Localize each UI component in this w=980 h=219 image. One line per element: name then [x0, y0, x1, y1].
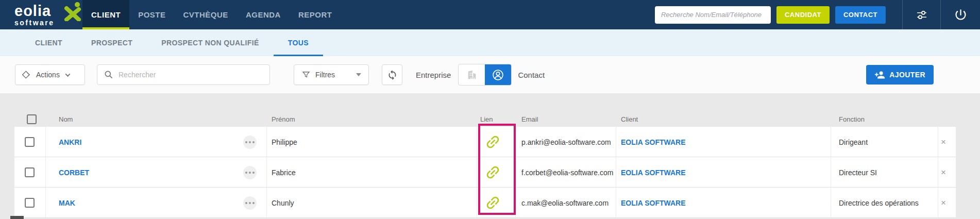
filtres-dropdown-button[interactable]: Filtres	[294, 64, 369, 85]
lien-cell[interactable]	[484, 157, 501, 188]
nom-link[interactable]: MAK	[59, 188, 75, 218]
table-search-box	[97, 64, 270, 85]
row-checkbox[interactable]	[25, 167, 35, 177]
prenom-cell: Philippe	[272, 127, 297, 157]
scrollbar-corner[interactable]	[10, 216, 24, 219]
contact-toggle-label: Contact	[518, 71, 545, 79]
select-all-checkbox[interactable]	[27, 114, 37, 124]
delete-row-button[interactable]: ×	[941, 188, 946, 218]
filtres-label: Filtres	[315, 71, 335, 79]
nav-item-poste[interactable]: POSTE	[129, 0, 174, 29]
eolia-logo[interactable]: eolia software	[14, 4, 69, 26]
contact-button[interactable]: CONTACT	[835, 6, 886, 24]
search-icon	[104, 70, 114, 80]
settings-sliders-button[interactable]	[903, 0, 940, 29]
filter-funnel-icon	[301, 70, 311, 79]
top-navbar: eolia software CLIENT POSTE CVTHÈQUE AGE…	[0, 0, 980, 29]
client-link[interactable]: EOLIA SOFTWARE	[621, 127, 685, 157]
contacts-table: Nom Prénom Lien Email Client Fonction AN…	[14, 114, 956, 218]
email-cell: c.mak@eolia-software.com	[521, 188, 609, 218]
more-options-button[interactable]	[243, 196, 257, 210]
header-nom: Nom	[59, 115, 73, 123]
more-options-button[interactable]	[243, 166, 257, 179]
page: eolia software CLIENT POSTE CVTHÈQUE AGE…	[0, 0, 980, 219]
toolbar: Actions Filtres Entreprise	[0, 56, 980, 93]
nom-link[interactable]: ANKRI	[59, 127, 81, 157]
table-search-input[interactable]	[119, 71, 263, 79]
toggle-entreprise-segment[interactable]	[459, 64, 485, 85]
actions-label: Actions	[36, 71, 60, 79]
tab-client[interactable]: CLIENT	[21, 29, 77, 56]
tab-tous[interactable]: TOUS	[274, 29, 323, 56]
lien-cell[interactable]	[484, 188, 501, 218]
fonction-cell: Directeur SI	[839, 157, 877, 188]
chevron-down-icon	[65, 72, 70, 77]
header-fonction: Fonction	[839, 115, 865, 123]
delete-row-button[interactable]: ×	[941, 127, 946, 157]
client-filter-tabs: CLIENT PROSPECT PROSPECT NON QUALIFIÉ TO…	[0, 29, 980, 56]
delete-row-button[interactable]: ×	[941, 157, 946, 188]
candidat-button[interactable]: CANDIDAT	[776, 6, 830, 24]
ajouter-button[interactable]: AJOUTER	[866, 65, 934, 85]
tab-prospect-non-qualifie[interactable]: PROSPECT NON QUALIFIÉ	[147, 29, 274, 56]
header-client: Client	[621, 115, 638, 123]
header-prenom: Prénom	[272, 115, 295, 123]
entreprise-contact-toggle[interactable]	[458, 64, 512, 86]
settings-sliders-icon	[916, 9, 928, 21]
logo-text-software: software	[14, 19, 69, 26]
caret-down-icon	[356, 73, 361, 76]
email-cell: f.corbet@eolia-software.com	[521, 157, 613, 188]
prenom-cell: Fabrice	[272, 157, 296, 188]
nav-item-agenda[interactable]: AGENDA	[237, 0, 290, 29]
table-row: MAK Chunly c.mak@eolia-software.com EOLI…	[14, 188, 956, 218]
nav-item-client[interactable]: CLIENT	[82, 0, 129, 29]
refresh-icon	[387, 70, 398, 80]
table-row: ANKRI Philippe p.ankri@eolia-software.co…	[14, 127, 956, 157]
fonction-cell: Dirigeant	[839, 127, 868, 157]
fonction-cell: Directrice des opérations	[839, 188, 919, 218]
link-chain-icon	[481, 160, 505, 184]
table-header: Nom Prénom Lien Email Client Fonction	[14, 114, 956, 127]
logo-text-eolia: eolia	[14, 4, 69, 19]
header-lien: Lien	[480, 115, 493, 123]
ajouter-label: AJOUTER	[889, 71, 925, 79]
add-person-icon	[874, 70, 885, 80]
row-checkbox[interactable]	[25, 137, 35, 147]
table-row: CORBET Fabrice f.corbet@eolia-software.c…	[14, 157, 956, 188]
prenom-cell: Chunly	[272, 188, 294, 218]
logo-x-figure-icon	[64, 2, 81, 21]
nom-link[interactable]: CORBET	[59, 157, 89, 188]
toggle-contact-segment[interactable]	[485, 64, 511, 85]
tab-prospect[interactable]: PROSPECT	[77, 29, 147, 56]
main-menu: CLIENT POSTE CVTHÈQUE AGENDA REPORT	[82, 0, 341, 29]
more-options-button[interactable]	[243, 136, 257, 149]
refresh-button[interactable]	[382, 64, 402, 85]
actions-dropdown-button[interactable]: Actions	[15, 64, 85, 85]
power-icon	[954, 8, 968, 22]
nav-item-cvtheque[interactable]: CVTHÈQUE	[175, 0, 237, 29]
client-link[interactable]: EOLIA SOFTWARE	[621, 157, 685, 188]
entreprise-toggle-label: Entreprise	[416, 71, 451, 79]
building-icon	[466, 69, 478, 80]
global-search-input[interactable]	[655, 6, 771, 24]
person-circle-icon	[492, 69, 504, 81]
header-email: Email	[521, 115, 538, 123]
actions-diamond-icon	[22, 70, 32, 80]
link-chain-icon	[481, 130, 505, 154]
email-cell: p.ankri@eolia-software.com	[521, 127, 611, 157]
client-link[interactable]: EOLIA SOFTWARE	[621, 188, 685, 218]
logout-power-button[interactable]	[941, 0, 980, 29]
link-chain-icon	[481, 191, 505, 215]
nav-item-report[interactable]: REPORT	[290, 0, 341, 29]
row-checkbox[interactable]	[25, 198, 35, 208]
lien-cell[interactable]	[484, 127, 501, 157]
